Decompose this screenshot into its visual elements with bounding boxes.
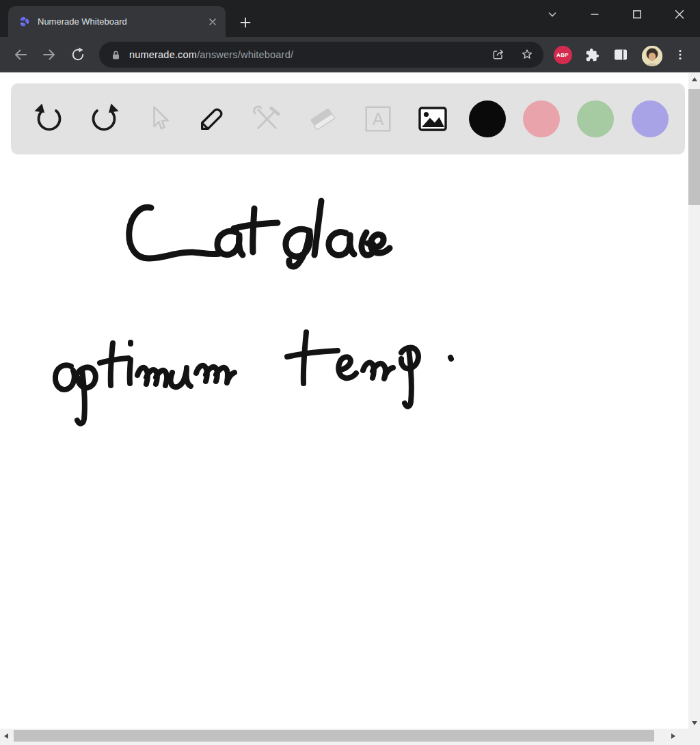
share-icon[interactable] bbox=[487, 44, 509, 66]
eraser-tool-button[interactable] bbox=[301, 98, 344, 140]
window-close-button[interactable] bbox=[668, 3, 691, 25]
scroll-up-arrow[interactable] bbox=[688, 73, 700, 85]
window-minimize-button[interactable] bbox=[583, 3, 606, 25]
tab-strip: Numerade Whiteboard bbox=[0, 0, 700, 37]
shapes-tools-button[interactable] bbox=[245, 98, 288, 140]
browser-navbar: numerade.com/answers/whiteboard/ ABP bbox=[0, 37, 700, 72]
text-tool-button[interactable]: A bbox=[357, 98, 399, 140]
vertical-scrollbar[interactable] bbox=[688, 73, 700, 729]
scroll-right-arrow[interactable] bbox=[667, 730, 679, 742]
extensions-puzzle-icon[interactable] bbox=[580, 43, 604, 66]
lock-icon[interactable] bbox=[107, 46, 124, 63]
url-domain: numerade.com bbox=[129, 49, 197, 60]
scroll-down-arrow[interactable] bbox=[688, 717, 700, 729]
horizontal-scrollbar-thumb[interactable] bbox=[14, 730, 654, 742]
reload-button[interactable] bbox=[66, 42, 90, 67]
window-maximize-button[interactable] bbox=[625, 3, 649, 25]
side-panel-icon[interactable] bbox=[609, 43, 632, 66]
undo-button[interactable] bbox=[28, 98, 70, 140]
select-cursor-button[interactable] bbox=[137, 98, 179, 140]
black-circle-icon bbox=[469, 100, 506, 137]
pink-circle-icon bbox=[523, 100, 560, 137]
text-tool-letter: A bbox=[373, 109, 384, 128]
new-tab-button[interactable] bbox=[236, 13, 255, 32]
bookmark-star-icon[interactable] bbox=[516, 44, 538, 66]
color-swatch-purple[interactable] bbox=[629, 98, 671, 140]
forward-button[interactable] bbox=[37, 42, 62, 67]
color-swatch-green[interactable] bbox=[574, 98, 617, 140]
whiteboard-toolbar: A bbox=[11, 83, 685, 154]
back-button[interactable] bbox=[8, 42, 33, 67]
url-text: numerade.com/answers/whiteboard/ bbox=[129, 42, 293, 68]
browser-menu-icon[interactable] bbox=[671, 43, 690, 66]
horizontal-scrollbar[interactable] bbox=[0, 729, 688, 745]
numerade-favicon-icon bbox=[18, 16, 31, 28]
browser-tab[interactable]: Numerade Whiteboard bbox=[8, 6, 226, 37]
profile-avatar[interactable] bbox=[641, 44, 664, 68]
green-circle-icon bbox=[577, 100, 614, 137]
redo-button[interactable] bbox=[83, 98, 125, 140]
omnibox[interactable]: numerade.com/answers/whiteboard/ bbox=[99, 42, 543, 68]
tab-search-chevron-icon[interactable] bbox=[541, 3, 564, 25]
adblock-extension-button[interactable]: ABP bbox=[551, 43, 574, 66]
purple-circle-icon bbox=[632, 100, 669, 137]
whiteboard-page: A bbox=[0, 72, 688, 729]
color-swatch-black[interactable] bbox=[466, 98, 509, 140]
pen-tool-button[interactable] bbox=[191, 98, 233, 140]
scroll-left-arrow[interactable] bbox=[0, 730, 12, 742]
tab-close-icon[interactable] bbox=[205, 14, 220, 29]
tab-title: Numerade Whiteboard bbox=[38, 16, 205, 27]
whiteboard-canvas[interactable] bbox=[0, 154, 688, 729]
abp-badge: ABP bbox=[554, 46, 572, 64]
color-swatch-pink[interactable] bbox=[520, 98, 563, 140]
scrollbar-corner bbox=[688, 729, 700, 745]
avatar bbox=[642, 46, 662, 66]
url-path: /answers/whiteboard/ bbox=[197, 49, 293, 60]
vertical-scrollbar-thumb[interactable] bbox=[688, 89, 700, 205]
image-tool-button[interactable] bbox=[412, 98, 454, 140]
